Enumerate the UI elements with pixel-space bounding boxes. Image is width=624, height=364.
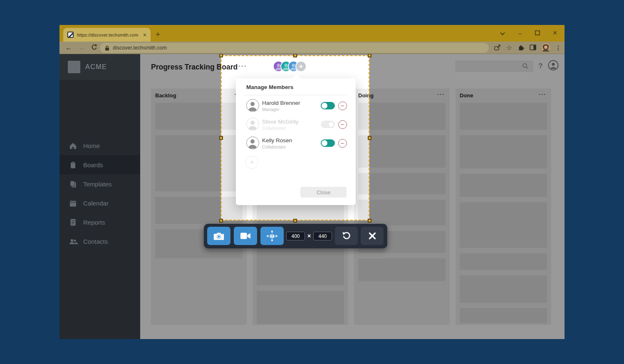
profile-avatar[interactable] <box>542 43 550 52</box>
window-minimize-button[interactable]: – <box>516 30 524 37</box>
browser-menu-icon[interactable]: ⋮ <box>555 45 561 51</box>
board-card-placeholder[interactable] <box>257 291 344 324</box>
video-capture-button[interactable] <box>234 227 257 245</box>
desktop-backdrop: https://discover.techsmith.com × + – × ←… <box>0 0 624 364</box>
capture-height-input[interactable] <box>313 232 332 240</box>
home-icon <box>69 142 77 150</box>
browser-window: https://discover.techsmith.com × + – × ←… <box>59 25 565 339</box>
board-card-placeholder[interactable] <box>460 174 547 197</box>
window-chevron-icon[interactable] <box>499 30 506 37</box>
boards-icon <box>69 161 77 169</box>
dimensions-times-icon: × <box>307 233 311 239</box>
sidebar-item-reports[interactable]: Reports <box>59 213 140 232</box>
board-card-placeholder[interactable] <box>460 103 547 130</box>
board-card-placeholder[interactable] <box>460 253 547 270</box>
capture-toolbar: × <box>204 224 387 248</box>
forward-icon[interactable]: → <box>78 45 84 51</box>
browser-titlebar: https://discover.techsmith.com × + – × <box>59 25 565 42</box>
column-menu-icon[interactable]: ··· <box>438 91 445 97</box>
sidebar-item-boards[interactable]: Boards <box>59 155 140 174</box>
close-x-icon <box>369 232 376 240</box>
account-avatar-icon[interactable] <box>548 60 559 71</box>
board-card-placeholder[interactable] <box>358 135 446 168</box>
capture-handle-middle-left[interactable] <box>219 136 223 140</box>
help-icon[interactable]: ? <box>538 62 542 70</box>
video-camera-icon <box>240 232 251 240</box>
capture-handle-bottom-middle[interactable] <box>293 219 297 223</box>
undo-redo-icon <box>342 231 352 241</box>
tab-title: https://discover.techsmith.com <box>77 32 141 37</box>
capture-region-border[interactable] <box>221 55 369 220</box>
contacts-icon <box>69 238 77 245</box>
brand-header: ACME <box>59 54 140 80</box>
brand-logo <box>68 61 80 73</box>
board-card-placeholder[interactable] <box>358 173 446 194</box>
bookmark-star-icon[interactable]: ☆ <box>506 45 512 51</box>
camera-icon <box>213 231 224 240</box>
url-bar[interactable]: discover.techsmith.com <box>100 43 489 53</box>
cancel-capture-button[interactable] <box>361 227 384 245</box>
move-region-button[interactable] <box>260 227 284 245</box>
board-card-placeholder[interactable] <box>460 202 547 248</box>
search-input[interactable] <box>456 61 533 72</box>
board-card-placeholder[interactable] <box>358 258 446 281</box>
browser-tab[interactable]: https://discover.techsmith.com × <box>63 28 151 42</box>
brand-name: ACME <box>85 63 107 71</box>
move-crosshair-icon <box>266 230 278 242</box>
board-card-placeholder[interactable] <box>358 103 446 130</box>
back-icon[interactable]: ← <box>65 45 72 51</box>
new-tab-button[interactable]: + <box>156 30 160 38</box>
restart-selection-button[interactable] <box>335 227 358 245</box>
sidebar-item-calendar[interactable]: Calendar <box>59 193 140 213</box>
window-close-button[interactable]: × <box>551 29 559 37</box>
sidebar-item-contacts[interactable]: Contacts <box>59 232 140 251</box>
sidebar-item-templates[interactable]: Templates <box>59 174 140 193</box>
site-favicon-icon <box>67 32 74 38</box>
app-sidebar: ACME Home Boards Templates Calendar <box>59 54 140 339</box>
templates-icon <box>69 180 77 188</box>
sidebar-item-home[interactable]: Home <box>59 136 140 155</box>
window-maximize-button[interactable] <box>534 30 541 37</box>
capture-handle-bottom-left[interactable] <box>219 219 223 223</box>
board-column-done: Done··· <box>456 89 551 325</box>
capture-handle-top-left[interactable] <box>219 54 223 57</box>
column-menu-icon[interactable]: ··· <box>539 91 547 97</box>
column-title: Backlog <box>155 92 176 99</box>
capture-handle-top-right[interactable] <box>368 54 371 57</box>
board-card-placeholder[interactable] <box>460 308 547 323</box>
capture-width-input[interactable] <box>286 232 305 240</box>
lock-icon <box>105 45 109 51</box>
reload-icon[interactable] <box>91 44 97 52</box>
browser-toolbar: ← → discover.techsmith.com ☆ <box>59 42 565 54</box>
calendar-icon <box>69 199 77 207</box>
share-icon[interactable] <box>494 44 501 52</box>
side-panel-icon[interactable] <box>530 45 536 51</box>
url-text: discover.techsmith.com <box>113 45 167 51</box>
board-card-placeholder[interactable] <box>460 275 547 303</box>
board-card-placeholder[interactable] <box>460 135 547 168</box>
extensions-puzzle-icon[interactable] <box>518 44 524 52</box>
tab-close-icon[interactable]: × <box>143 32 146 38</box>
web-page: ACME Home Boards Templates Calendar <box>59 54 565 339</box>
capture-handle-bottom-right[interactable] <box>368 219 371 223</box>
column-title: Done <box>460 92 473 99</box>
board-card-placeholder[interactable] <box>358 200 446 225</box>
image-capture-button[interactable] <box>207 227 230 245</box>
reports-icon <box>69 218 77 226</box>
capture-handle-top-middle[interactable] <box>293 54 297 57</box>
capture-handle-middle-right[interactable] <box>368 136 371 140</box>
